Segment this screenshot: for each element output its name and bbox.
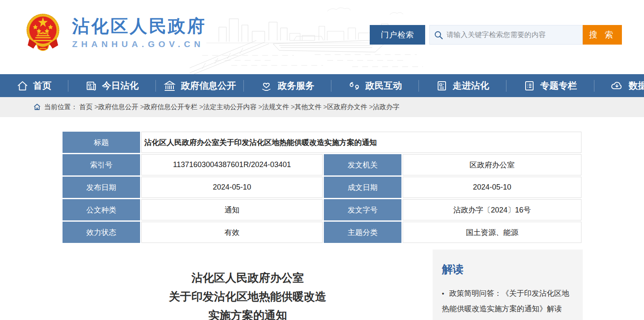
- site-titles: 沾化区人民政府 ZHANHUA.GOV.CN: [72, 16, 206, 49]
- breadcrumb-item[interactable]: 其他文件: [295, 103, 327, 112]
- meta-label-doc-type: 公文种类: [63, 199, 140, 220]
- nav-item-interaction[interactable]: 政民互动: [331, 74, 418, 97]
- meta-value-doc-type: 通知: [141, 199, 323, 220]
- breadcrumb-item[interactable]: 政府信息公开: [98, 103, 144, 112]
- meta-value-title: 沾化区人民政府办公室关于印发沾化区地热能供暖改造实施方案的通知: [141, 132, 581, 153]
- meta-label-doc-number: 发文字号: [324, 199, 401, 220]
- meta-label-index-number: 索引号: [63, 154, 140, 175]
- breadcrumb: 当前位置： 首页 政府信息公开 政府信息公开专栏 法定主动公开内容 法规文件 其…: [0, 97, 644, 117]
- nav-item-special-columns[interactable]: 专题专栏: [506, 74, 594, 97]
- nav-item-about[interactable]: 走进沾化: [419, 74, 506, 97]
- nav-item-today[interactable]: 今日沾化: [68, 74, 155, 97]
- nav-item-open-data[interactable]: 数据开放: [594, 74, 644, 97]
- search-area: 门户检索 搜 索: [370, 25, 622, 45]
- search-button[interactable]: 搜 索: [583, 25, 622, 45]
- national-emblem-icon: [23, 12, 63, 53]
- meta-value-validity-status: 有效: [141, 222, 323, 243]
- interpretation-panel: 解读 •政策简明问答：《关于印发沾化区地热能供暖改造实施方案的通知》解读: [433, 250, 583, 320]
- meta-value-issuing-agency: 区政府办公室: [403, 154, 581, 175]
- interpretation-link[interactable]: •政策简明问答：《关于印发沾化区地热能供暖改造实施方案的通知》解读: [442, 286, 574, 317]
- breadcrumb-item[interactable]: 区政府办文件: [327, 103, 373, 112]
- nav-item-home[interactable]: 首页: [0, 74, 68, 97]
- dialogue-icon: [348, 80, 361, 92]
- document-title: 沾化区人民政府办公室 关于印发沾化区地热能供暖改造 实施方案的通知: [63, 250, 433, 320]
- breadcrumb-item[interactable]: 沾政办字: [373, 103, 400, 112]
- meta-label-theme-category: 主题分类: [324, 222, 401, 243]
- search-input[interactable]: [446, 31, 578, 39]
- document-title-line: 实施方案的通知: [63, 306, 433, 320]
- meta-value-written-date: 2024-05-10: [403, 177, 581, 198]
- meta-label-issuing-agency: 发文机关: [324, 154, 401, 175]
- search-box: [429, 25, 583, 45]
- meta-value-doc-number: 沾政办字〔2024〕16号: [403, 199, 581, 220]
- site-domain: ZHANHUA.GOV.CN: [72, 39, 206, 49]
- page: 沾化区人民政府 ZHANHUA.GOV.CN 门户检索 搜 索: [0, 0, 644, 320]
- meta-value-theme-category: 国土资源、能源: [403, 222, 581, 243]
- nav-item-label: 专题专栏: [540, 80, 577, 92]
- meta-label-validity-status: 效力状态: [63, 222, 140, 243]
- site-name: 沾化区人民政府: [72, 16, 206, 37]
- document-title-line: 沾化区人民政府办公室: [63, 269, 433, 288]
- nav-inner: 首页 今日沾化 政府信息公: [0, 74, 644, 97]
- document-body-section: 沾化区人民政府办公室 关于印发沾化区地热能供暖改造 实施方案的通知 解读 •政策…: [63, 250, 583, 320]
- breadcrumb-item[interactable]: 法定主动公开内容: [203, 103, 262, 112]
- newspaper-icon: [85, 80, 97, 92]
- site-header: 沾化区人民政府 ZHANHUA.GOV.CN 门户检索 搜 索: [0, 0, 644, 74]
- nav-item-label: 首页: [33, 80, 52, 92]
- nav-item-label: 政民互动: [366, 80, 402, 92]
- cloud-download-icon: [610, 80, 624, 92]
- nav-item-label: 政府信息公开: [181, 80, 236, 92]
- bullet-icon: •: [442, 290, 444, 297]
- interpretation-link-text: 政策简明问答：《关于印发沾化区地热能供暖改造实施方案的通知》解读: [442, 289, 569, 313]
- nav-item-services[interactable]: 政务服务: [244, 74, 331, 97]
- breadcrumb-item[interactable]: 政府信息公开专栏: [144, 103, 203, 112]
- government-building-icon: [163, 80, 176, 92]
- breadcrumb-item[interactable]: 首页: [79, 103, 98, 112]
- breadcrumb-home-icon: [33, 104, 41, 110]
- document-icon: [436, 80, 448, 92]
- site-logo[interactable]: 沾化区人民政府 ZHANHUA.GOV.CN: [23, 12, 206, 53]
- document-title-line: 关于印发沾化区地热能供暖改造: [63, 288, 433, 306]
- meta-value-publish-date: 2024-05-10: [141, 177, 323, 198]
- meta-label-written-date: 成文日期: [324, 177, 401, 198]
- nav-item-label: 走进沾化: [453, 80, 489, 92]
- meta-label-title: 标题: [63, 132, 140, 153]
- main-nav: 首页 今日沾化 政府信息公: [0, 74, 644, 97]
- meta-value-index-number: 11371603004387601R/2024-03401: [141, 154, 323, 175]
- home-icon: [17, 80, 28, 92]
- breadcrumb-prefix: 当前位置：: [44, 103, 78, 112]
- nav-item-label: 今日沾化: [102, 80, 139, 92]
- search-icon: [434, 30, 443, 40]
- document-meta-section: 标题 沾化区人民政府办公室关于印发沾化区地热能供暖改造实施方案的通知 索引号 1…: [63, 132, 583, 243]
- interpretation-heading: 解读: [442, 262, 574, 277]
- breadcrumb-item[interactable]: 法规文件: [262, 103, 295, 112]
- list-icon: [524, 80, 535, 92]
- meta-label-publish-date: 发布日期: [63, 177, 140, 198]
- meta-table: 标题 沾化区人民政府办公室关于印发沾化区地热能供暖改造实施方案的通知 索引号 1…: [63, 132, 583, 243]
- service-hands-icon: [260, 80, 273, 92]
- nav-item-label: 数据开放: [629, 80, 644, 92]
- portal-search-button[interactable]: 门户检索: [370, 25, 425, 45]
- nav-item-label: 政务服务: [278, 80, 314, 92]
- nav-item-gov-info[interactable]: 政府信息公开: [156, 74, 243, 97]
